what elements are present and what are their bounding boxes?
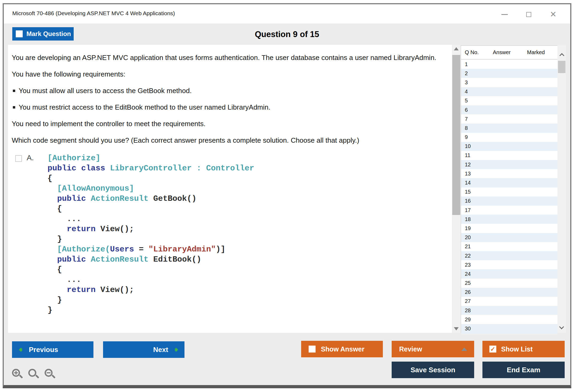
question-list-row[interactable]: 26 [461,288,558,297]
question-scrollbar[interactable] [452,45,460,333]
question-list-row[interactable]: 25 [461,279,558,288]
previous-button[interactable]: Previous [12,341,93,358]
app-window: Microsoft 70-486 (Developing ASP.NET MVC… [3,3,571,388]
question-list-row[interactable]: 20 [461,233,558,242]
row-question-number: 10 [461,143,489,149]
row-question-number: 2 [461,70,489,77]
review-button[interactable]: Review [392,341,474,357]
show-answer-checkbox[interactable] [309,346,316,353]
show-list-checkbox[interactable]: ✓ [489,346,496,353]
question-list-row[interactable]: 12 [461,160,558,169]
question-scrollbar-thumb[interactable] [452,55,460,215]
question-list-row[interactable]: 3 [461,78,558,87]
question-list: Q No. Answer Marked 12345678910111213141… [461,45,557,333]
answer-option-a: A. [Authorize]public class LibraryContro… [12,153,441,315]
row-question-number: 7 [461,116,489,122]
scroll-down-arrow-icon[interactable] [454,327,459,330]
question-list-row[interactable]: 8 [461,123,558,133]
checkmark-icon: ✓ [490,346,495,352]
row-question-number: 1 [461,61,489,67]
question-list-row[interactable]: 15 [461,187,558,197]
row-question-number: 21 [461,243,489,250]
minimize-button[interactable] [499,9,510,20]
review-label: Review [399,345,422,353]
row-question-number: 4 [461,89,489,95]
row-question-number: 13 [461,171,489,177]
question-list-row[interactable]: 19 [461,224,558,233]
question-list-row[interactable]: 21 [461,242,558,251]
row-question-number: 25 [461,280,489,286]
row-question-number: 24 [461,271,489,277]
show-list-label: Show List [501,345,533,353]
zoom-out-icon[interactable] [45,369,56,381]
previous-label: Previous [29,346,58,354]
save-session-button[interactable]: Save Session [392,362,474,378]
row-question-number: 17 [461,207,489,213]
row-question-number: 5 [461,98,489,104]
question-list-scrollbar-thumb[interactable] [558,61,565,73]
column-answer: Answer [493,49,511,55]
title-bar: Microsoft 70-486 (Developing ASP.NET MVC… [4,4,570,23]
row-question-number: 23 [461,262,489,268]
zoom-in-icon[interactable] [12,369,24,381]
question-list-row[interactable]: 18 [461,215,558,224]
row-question-number: 9 [461,134,489,140]
column-qno: Q No. [465,49,479,55]
question-list-scrollbar[interactable] [557,45,566,333]
question-paragraph: You have the following requirements: [12,69,441,79]
question-list-row[interactable]: 27 [461,297,558,306]
window-title: Microsoft 70-486 (Developing ASP.NET MVC… [12,10,175,17]
question-list-row[interactable]: 14 [461,178,558,187]
row-question-number: 28 [461,307,489,314]
question-list-row[interactable]: 6 [461,105,558,114]
bullet-icon [13,106,15,109]
chevron-right-icon [174,347,178,352]
scroll-up-arrow-icon[interactable] [454,47,459,50]
end-exam-label: End Exam [507,366,540,374]
row-question-number: 11 [461,152,489,158]
question-list-row[interactable]: 17 [461,206,558,215]
row-question-number: 19 [461,225,489,231]
question-paragraph: You are developing an ASP.NET MVC applic… [12,53,441,62]
question-list-row[interactable]: 10 [461,142,558,151]
question-list-row[interactable]: 30 [461,324,558,333]
question-list-row[interactable]: 28 [461,306,558,315]
row-question-number: 6 [461,107,489,113]
row-question-number: 15 [461,189,489,195]
question-list-row[interactable]: 5 [461,96,558,105]
question-list-row[interactable]: 4 [461,87,558,96]
close-icon: ✕ [550,10,556,18]
end-exam-button[interactable]: End Exam [482,362,565,378]
question-list-row[interactable]: 13 [461,169,558,178]
row-question-number: 12 [461,162,489,168]
maximize-button[interactable] [523,9,534,20]
row-question-number: 27 [461,298,489,304]
list-scroll-up-icon[interactable] [559,53,564,58]
row-question-number: 8 [461,125,489,131]
row-question-number: 3 [461,79,489,86]
question-list-row[interactable]: 29 [461,315,558,324]
option-a-checkbox[interactable] [15,155,22,162]
question-list-row[interactable]: 16 [461,197,558,206]
row-question-number: 30 [461,326,489,332]
code-snippet: [Authorize]public class LibraryControlle… [48,153,441,315]
question-list-row[interactable]: 1 [461,60,558,69]
show-answer-button[interactable]: Show Answer [301,341,383,357]
row-question-number: 20 [461,234,489,241]
column-marked: Marked [527,49,545,55]
question-list-row[interactable]: 7 [461,114,558,123]
show-list-button[interactable]: ✓ Show List [482,341,565,357]
question-list-row[interactable]: 9 [461,133,558,142]
question-text: You are developing an ASP.NET MVC applic… [12,53,441,145]
question-list-row[interactable]: 11 [461,151,558,160]
chevron-left-icon [19,347,23,352]
magnifier-icon[interactable] [28,369,40,381]
question-paragraph: You need to implement the controller to … [12,119,441,129]
close-button[interactable]: ✕ [548,9,559,20]
next-button[interactable]: Next [103,341,184,358]
question-list-row[interactable]: 2 [461,69,558,78]
question-list-row[interactable]: 24 [461,269,558,278]
question-list-row[interactable]: 22 [461,251,558,260]
question-list-row[interactable]: 23 [461,260,558,269]
list-scroll-down-icon[interactable] [559,324,564,329]
